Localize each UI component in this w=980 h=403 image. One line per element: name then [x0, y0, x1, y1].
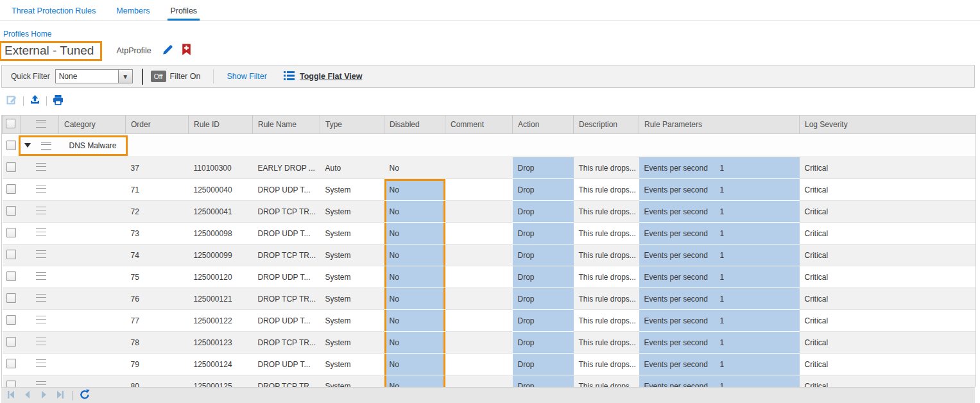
collapse-caret-icon[interactable] [24, 143, 31, 148]
row-checkbox[interactable] [6, 359, 16, 368]
previous-page-icon[interactable] [22, 390, 33, 402]
breadcrumb-profiles-home[interactable]: Profiles Home [3, 30, 980, 39]
column-header-category[interactable]: Category [59, 116, 126, 134]
column-header-rule-parameters[interactable]: Rule Parameters [639, 116, 800, 134]
row-checkbox[interactable] [6, 250, 16, 259]
cell-order: 80 [126, 375, 189, 388]
drag-handle-icon[interactable] [36, 338, 46, 345]
edit-rule-icon-disabled[interactable] [6, 94, 17, 107]
cell-rule-parameters: Events per second1 [639, 179, 800, 201]
quick-filter-select[interactable]: None ▼ [55, 69, 133, 83]
edit-title-pencil-icon[interactable] [162, 44, 174, 58]
row-checkbox[interactable] [6, 184, 16, 194]
cell-rule-name: DROP UDP T... [253, 354, 320, 375]
column-header-disabled[interactable]: Disabled [384, 116, 445, 134]
row-drag-cell [21, 223, 59, 244]
rule-parameter-value: 1 [720, 207, 725, 216]
table-row[interactable]: 79 125000124 DROP UDP T... System No Dro… [3, 354, 976, 375]
cell-category [59, 244, 126, 266]
row-checkbox[interactable] [6, 162, 16, 172]
rule-parameter-label: Events per second [644, 229, 720, 238]
tab-members[interactable]: Members [114, 6, 152, 21]
column-header-type[interactable]: Type [320, 116, 384, 134]
row-checkbox[interactable] [6, 293, 16, 303]
drag-handle-icon[interactable] [36, 359, 46, 367]
row-checkbox[interactable] [6, 271, 16, 281]
cell-category [59, 354, 126, 375]
table-row[interactable]: 72 125000041 DROP TCP TR... System No Dr… [3, 201, 976, 223]
refresh-icon[interactable] [79, 389, 90, 402]
row-checkbox[interactable] [6, 315, 16, 325]
cell-comment [445, 310, 513, 332]
rule-parameter-label: Events per second [644, 382, 720, 388]
table-row[interactable]: 76 125000121 DROP TCP TR... System No Dr… [3, 288, 976, 310]
drag-handle-icon[interactable] [36, 272, 46, 280]
row-checkbox[interactable] [6, 206, 16, 216]
rule-parameter-label: Events per second [644, 207, 720, 216]
row-checkbox[interactable] [6, 381, 16, 388]
row-drag-cell [21, 310, 59, 332]
drag-handle-icon[interactable] [36, 294, 46, 302]
group-row-dns-malware[interactable]: DNS Malware [3, 134, 976, 157]
cell-rule-parameters: Events per second1 [639, 310, 800, 332]
cell-description: This rule drops... [574, 157, 639, 179]
row-checkbox[interactable] [6, 337, 16, 347]
next-page-icon[interactable] [39, 390, 49, 402]
cell-log-severity: Critical [800, 223, 976, 244]
drag-handle-icon[interactable] [36, 185, 46, 193]
print-icon[interactable] [53, 94, 64, 107]
table-row[interactable]: 80 125000125 DROP TCP TR... System No Dr… [3, 375, 976, 388]
column-header-rule-id[interactable]: Rule ID [189, 116, 253, 134]
last-page-icon[interactable] [55, 390, 65, 402]
table-row[interactable]: 74 125000099 DROP TCP TR... System No Dr… [3, 244, 976, 266]
column-header-description[interactable]: Description [574, 116, 639, 134]
show-filter-link[interactable]: Show Filter [227, 72, 267, 81]
table-row[interactable]: 75 125000120 DROP UDP T... System No Dro… [3, 266, 976, 288]
chevron-down-icon[interactable]: ▼ [118, 69, 133, 83]
cell-rule-parameters: Events per second1 [639, 201, 800, 223]
column-header-action[interactable]: Action [513, 116, 574, 134]
cell-comment [445, 332, 513, 354]
bookmark-plus-icon[interactable] [182, 44, 191, 58]
filter-toggle-state-badge[interactable]: Off [151, 71, 166, 82]
tab-threat-protection-rules[interactable]: Threat Protection Rules [9, 6, 98, 21]
quick-filter-selected-value[interactable]: None [55, 69, 118, 83]
drag-handle-icon[interactable] [36, 381, 46, 387]
cell-action: Drop [513, 375, 574, 388]
table-row[interactable]: 73 125000098 DROP UDP T... System No Dro… [3, 223, 976, 244]
tab-profiles[interactable]: Profiles [168, 6, 200, 21]
cell-order: 77 [126, 310, 189, 332]
cell-comment [445, 157, 513, 179]
cell-log-severity: Critical [800, 179, 976, 201]
cell-rule-name: DROP UDP T... [253, 266, 320, 288]
drag-handle-icon[interactable] [41, 142, 51, 150]
rule-parameter-label: Events per second [644, 185, 720, 194]
group-row-checkbox[interactable] [6, 141, 16, 150]
drag-handle-icon[interactable] [36, 207, 46, 214]
column-header-log-severity[interactable]: Log Severity [800, 116, 976, 134]
select-all-checkbox[interactable] [6, 119, 15, 128]
table-row[interactable]: 77 125000122 DROP UDP T... System No Dro… [3, 310, 976, 332]
cell-type: Auto [320, 157, 384, 179]
cell-category [59, 266, 126, 288]
drag-handle-icon[interactable] [36, 316, 46, 323]
profile-title-row: External - Tuned AtpProfile [0, 40, 980, 61]
drag-handle-icon[interactable] [36, 163, 46, 171]
column-header-comment[interactable]: Comment [445, 116, 513, 134]
table-row[interactable]: 37 110100300 EARLY DROP ... Auto No Drop… [3, 157, 976, 179]
table-row[interactable]: 78 125000123 DROP TCP TR... System No Dr… [3, 332, 976, 354]
cell-type: System [320, 332, 384, 354]
column-header-order[interactable]: Order [126, 116, 189, 134]
table-row[interactable]: 71 125000040 DROP UDP T... System No Dro… [3, 179, 976, 201]
cell-rule-name: DROP TCP TR... [253, 201, 320, 223]
toggle-flat-view-button[interactable]: Toggle Flat View [284, 71, 362, 82]
first-page-icon[interactable] [6, 390, 17, 402]
upload-icon[interactable] [30, 94, 40, 107]
drag-handle-icon[interactable] [36, 228, 46, 236]
cell-rule-name: DROP UDP T... [253, 223, 320, 244]
cell-category [59, 288, 126, 310]
column-header-rule-name[interactable]: Rule Name [253, 116, 320, 134]
drag-handle-icon[interactable] [36, 250, 46, 258]
row-checkbox[interactable] [6, 228, 16, 237]
cell-rule-parameters: Events per second1 [639, 375, 800, 388]
